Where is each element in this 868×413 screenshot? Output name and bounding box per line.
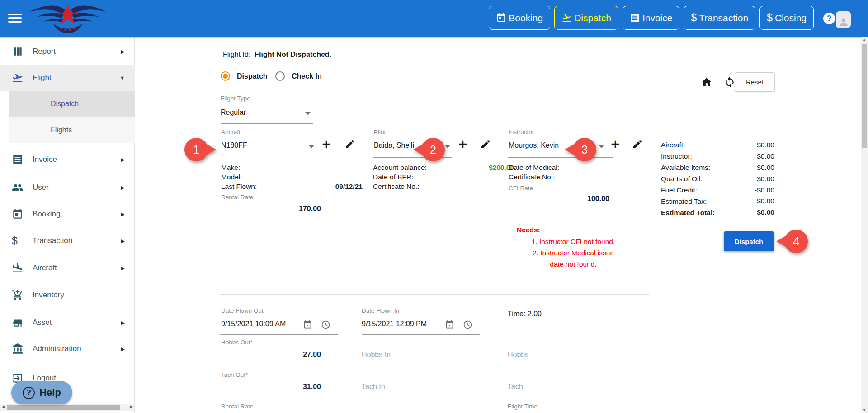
sidebar-item-report[interactable]: Report ▶ (0, 38, 135, 65)
bank-icon (12, 343, 24, 355)
chevron-down-icon[interactable] (309, 145, 314, 148)
calendar-icon[interactable] (445, 320, 454, 329)
chevron-down-icon[interactable] (305, 112, 311, 115)
dispatch-submit-button[interactable]: Dispatch (724, 231, 774, 251)
sidebar-horizontal-scrollbar[interactable]: ◀ ▶ (0, 404, 134, 411)
report-icon (12, 46, 24, 57)
check-in-radio[interactable] (275, 71, 285, 81)
reset-button[interactable]: Reset (735, 72, 775, 92)
sidebar-item-administration[interactable]: Administration ▶ (0, 336, 135, 362)
nav-booking-label: Booking (509, 13, 543, 23)
sidebar-item-dispatch[interactable]: Dispatch (9, 91, 135, 117)
pilot-details: Account balance:$200.00 Date of BFR: Cer… (373, 163, 514, 191)
chevron-down-icon: ▼ (120, 75, 125, 80)
add-aircraft-button[interactable]: + (322, 137, 331, 150)
nav-booking-button[interactable]: Booking (489, 6, 550, 30)
aircraft-select[interactable]: N180FF (221, 141, 247, 150)
receipt-icon (630, 13, 640, 23)
sidebar-item-transaction[interactable]: $ Transaction ▶ (0, 228, 135, 254)
edit-instructor-button[interactable] (632, 139, 643, 150)
add-instructor-button[interactable]: + (611, 137, 620, 150)
sidebar-item-user[interactable]: User ▶ (0, 174, 135, 201)
pilot-select[interactable]: Baida, Shelli (374, 141, 414, 150)
rental-rate-bottom-label: Rental Rate (221, 403, 253, 410)
date-flown-in-input[interactable]: 9/15/2021 12:09 PM (362, 320, 427, 328)
scrollbar-thumb[interactable] (862, 44, 867, 148)
users-icon (12, 182, 24, 193)
sidebar-item-aircraft[interactable]: Aircraft ▶ (0, 255, 135, 281)
home-icon[interactable] (701, 76, 712, 88)
hobbs-in-input[interactable]: Hobbs In (362, 351, 391, 359)
chevron-down-icon[interactable] (599, 145, 604, 148)
sidebar-item-inventory[interactable]: Inventory (0, 282, 135, 308)
scroll-right-arrow-icon[interactable]: ▶ (130, 404, 133, 409)
date-flown-in-label: Date Flown In (362, 307, 399, 314)
annotation-marker-4: 4 (784, 230, 808, 253)
question-mark-icon: ? (23, 387, 35, 399)
page-vertical-scrollbar[interactable]: ▲ ▼ (861, 37, 868, 413)
help-button[interactable]: ? Help (11, 381, 72, 404)
tach-in-input[interactable]: Tach In (362, 383, 385, 391)
check-in-radio-label: Check In (292, 72, 322, 80)
top-nav: Booking Dispatch Invoice $ Transaction $… (489, 6, 814, 30)
instructor-select[interactable]: Mourgos, Kevin (509, 141, 559, 150)
nav-invoice-button[interactable]: Invoice (623, 6, 680, 30)
hobbs-out-label: Hobbs Out* (221, 339, 253, 346)
summary-row-total: Estimated Total:$0.00 (661, 207, 774, 218)
instructor-details: Date of Medical: Certificate No.: (509, 163, 613, 182)
nav-transaction-label: Transaction (699, 13, 748, 23)
summary-row: Quarts of Oil:$0.00 (661, 173, 774, 184)
rental-rate-input[interactable]: 170.00 (221, 205, 321, 213)
scroll-left-arrow-icon[interactable]: ◀ (2, 404, 5, 409)
nav-dispatch-button[interactable]: Dispatch (554, 6, 618, 30)
flight-time-label: Flight Time (508, 403, 538, 410)
flight-type-select[interactable]: Regular (221, 108, 246, 117)
refresh-icon[interactable] (724, 76, 736, 88)
dispatch-page: Flight Id: Flight Not Dispatched. Dispat… (135, 37, 861, 413)
sidebar-item-booking[interactable]: Booking ▶ (0, 201, 135, 227)
sidebar-item-invoice[interactable]: Invoice ▶ (0, 146, 135, 173)
tach-input[interactable]: Tach (508, 383, 523, 391)
sidebar-item-flights[interactable]: Flights (9, 117, 135, 143)
chevron-down-icon[interactable] (445, 145, 450, 148)
chevron-right-icon: ▶ (121, 320, 125, 326)
sidebar-item-asset[interactable]: Asset ▶ (0, 310, 135, 336)
cfi-rate-input[interactable]: 100.00 (509, 195, 609, 203)
sidebar-item-flight[interactable]: Flight ▼ (0, 65, 135, 91)
annotation-marker-1: 1 (184, 138, 208, 161)
nav-closing-button[interactable]: $ Closing (760, 6, 814, 30)
hobbs-input[interactable]: Hobbs (508, 351, 528, 359)
flight-takeoff-icon (561, 13, 572, 23)
tach-out-label: Tach Out* (221, 371, 248, 378)
date-flown-out-label: Date Flown Out (221, 307, 264, 314)
chevron-right-icon: ▶ (121, 185, 125, 191)
flight-type-label: Flight Type (221, 95, 250, 102)
summary-row: Fuel Credit:-$0.00 (661, 184, 774, 196)
menu-icon[interactable] (8, 12, 23, 24)
help-question-icon[interactable]: ? (823, 13, 835, 24)
scrollbar-thumb[interactable] (7, 405, 120, 410)
clock-icon[interactable] (463, 320, 472, 329)
rental-rate-label: Rental Rate (221, 194, 253, 201)
flight-takeoff-icon (12, 72, 24, 84)
date-flown-out-input[interactable]: 9/15/2021 10:09 AM (221, 320, 286, 328)
scroll-down-arrow-icon[interactable]: ▼ (863, 408, 866, 412)
calendar-icon[interactable] (303, 320, 312, 329)
tach-out-input[interactable]: 31.00 (221, 383, 321, 391)
hobbs-out-input[interactable]: 27.00 (221, 351, 321, 359)
summary-row: Available Items:$0.00 (661, 162, 774, 173)
avatar[interactable] (836, 11, 851, 28)
clock-icon[interactable] (321, 320, 330, 329)
scroll-up-arrow-icon[interactable]: ▲ (863, 38, 866, 42)
dollar-icon: $ (691, 12, 697, 24)
top-bar: Booking Dispatch Invoice $ Transaction $… (0, 0, 868, 37)
nav-dispatch-label: Dispatch (574, 13, 611, 23)
section-divider (220, 294, 649, 295)
dollar-icon: $ (12, 235, 24, 247)
edit-pilot-button[interactable] (480, 139, 491, 150)
edit-aircraft-button[interactable] (344, 139, 355, 150)
add-pilot-button[interactable]: + (458, 137, 467, 150)
nav-transaction-button[interactable]: $ Transaction (684, 6, 755, 30)
winged-star-logo (28, 2, 108, 35)
dispatch-radio[interactable] (221, 71, 230, 81)
